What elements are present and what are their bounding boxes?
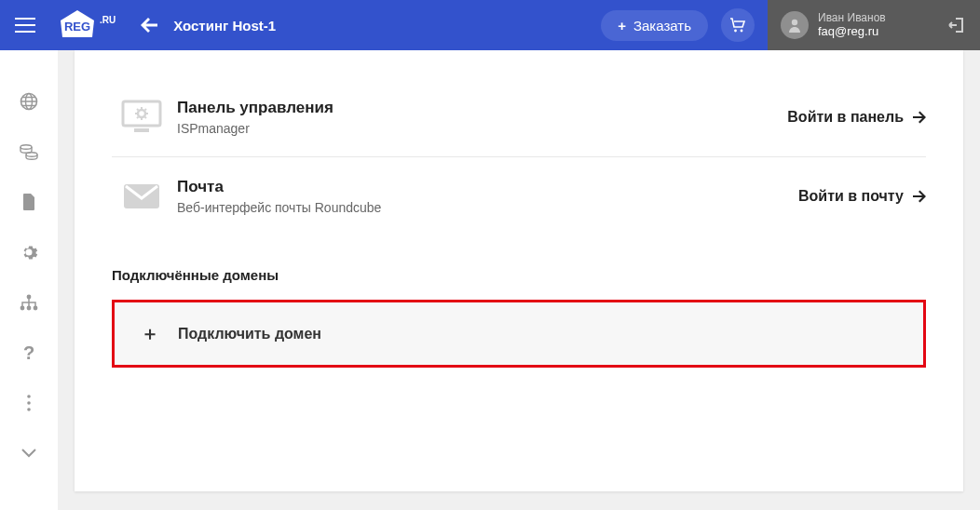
mail-login[interactable]: Войти в почту [798, 188, 926, 205]
nav-more[interactable] [19, 393, 39, 413]
hamburger-icon [15, 18, 35, 33]
cart-icon [729, 18, 746, 33]
mail-sub: Веб-интерфейс почты Roundcube [177, 200, 798, 215]
nav-settings[interactable] [19, 242, 39, 262]
back-button[interactable] [130, 18, 168, 33]
sitemap-icon [20, 294, 38, 311]
svg-point-15 [27, 408, 31, 411]
mail-login-label: Войти в почту [798, 188, 904, 205]
side-nav: ? [0, 50, 58, 510]
user-email: faq@reg.ru [818, 24, 886, 39]
logo-icon: REG [58, 9, 97, 41]
plus-icon: + [618, 18, 626, 34]
gear-icon [20, 243, 38, 262]
svg-point-12 [34, 306, 38, 311]
cart-button[interactable] [721, 8, 755, 42]
svg-rect-17 [134, 128, 149, 132]
connect-domain-label: Подключить домен [178, 326, 321, 342]
order-label: Заказать [633, 18, 691, 34]
question-icon: ? [23, 342, 34, 364]
mail-row: Почта Веб-интерфейс почты Roundcube Войт… [112, 157, 926, 235]
domains-section-title: Подключённые домены [112, 267, 926, 283]
svg-point-10 [20, 306, 25, 311]
svg-point-18 [138, 110, 145, 117]
control-panel-icon-wrap [112, 99, 171, 136]
user-menu[interactable]: Иван Иванов faq@reg.ru [768, 0, 935, 50]
svg-point-9 [27, 295, 32, 300]
user-text: Иван Иванов faq@reg.ru [818, 11, 886, 39]
menu-toggle[interactable] [0, 18, 50, 33]
arrow-left-icon [141, 18, 157, 33]
arrow-right-icon [913, 111, 926, 124]
control-panel-row: Панель управления ISPmanager Войти в пан… [112, 78, 926, 157]
arrow-right-icon [913, 190, 926, 203]
nav-collapse[interactable] [19, 443, 39, 463]
plus-icon: ＋ [141, 321, 159, 346]
page-title: Хостинг Host-1 [173, 18, 276, 34]
nav-globe[interactable] [19, 91, 39, 112]
logo[interactable]: REG .RU [50, 9, 123, 41]
svg-point-4 [792, 20, 797, 25]
user-name: Иван Иванов [818, 11, 886, 24]
control-panel-title: Панель управления [177, 99, 787, 117]
svg-point-3 [741, 30, 743, 33]
connect-domain-button[interactable]: ＋ Подключить домен [112, 300, 926, 368]
svg-point-8 [26, 153, 37, 156]
logo-ru-text: .RU [100, 15, 116, 25]
chevron-down-icon [21, 449, 36, 458]
control-panel-login[interactable]: Войти в панель [787, 109, 926, 126]
main-card: Панель управления ISPmanager Войти в пан… [75, 50, 963, 491]
svg-point-14 [27, 401, 31, 405]
svg-rect-16 [123, 101, 160, 126]
svg-point-7 [20, 145, 32, 149]
dots-vertical-icon [27, 395, 31, 411]
logout-icon [948, 16, 967, 34]
control-panel-sub: ISPmanager [177, 121, 787, 136]
avatar [781, 11, 809, 39]
monitor-gear-icon [120, 99, 163, 136]
nav-files[interactable] [19, 192, 39, 212]
top-header: REG .RU Хостинг Host-1 + Заказать Иван И… [0, 0, 980, 50]
mail-icon [122, 182, 161, 210]
user-icon [787, 18, 802, 33]
globe-icon [20, 92, 38, 111]
svg-text:REG: REG [64, 20, 90, 34]
order-button[interactable]: + Заказать [601, 10, 708, 41]
nav-sitemap[interactable] [19, 292, 39, 313]
content: Панель управления ISPmanager Войти в пан… [58, 50, 980, 510]
control-panel-login-label: Войти в панель [787, 109, 904, 126]
mail-title: Почта [177, 178, 798, 196]
mail-icon-wrap [112, 182, 171, 210]
logout-button[interactable] [935, 0, 980, 50]
svg-point-13 [27, 395, 31, 398]
coins-icon [20, 143, 38, 160]
nav-help[interactable]: ? [19, 342, 39, 363]
svg-point-11 [27, 306, 32, 311]
svg-point-2 [734, 30, 737, 33]
nav-billing[interactable] [19, 141, 39, 162]
file-icon [21, 193, 36, 211]
